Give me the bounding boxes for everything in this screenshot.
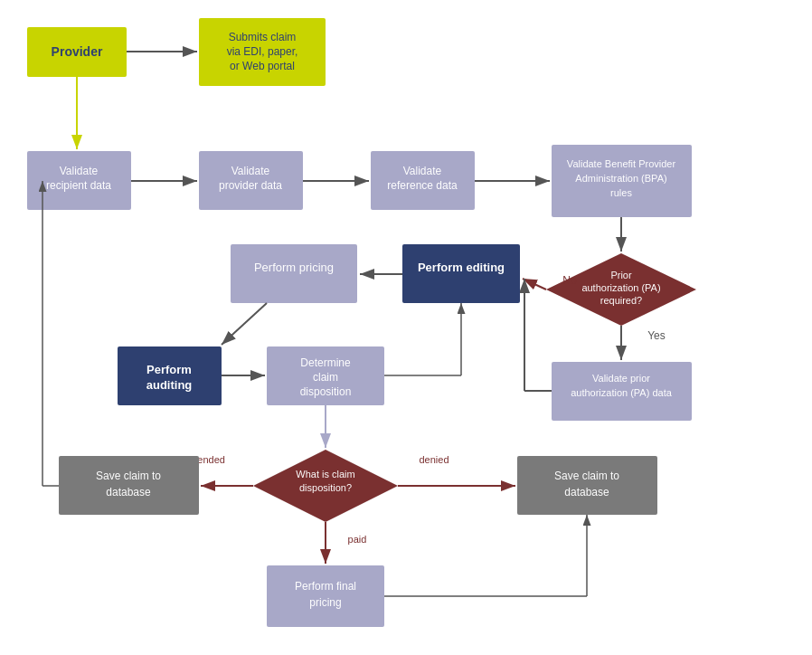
submit-claim-box bbox=[199, 18, 326, 86]
prior-auth-diamond bbox=[546, 253, 696, 326]
save-claim-left-box bbox=[59, 456, 199, 515]
validate-reference-box bbox=[371, 151, 475, 210]
validate-pa-box bbox=[552, 362, 692, 421]
svg-text:Yes: Yes bbox=[647, 329, 666, 342]
save-claim-right-box bbox=[517, 456, 657, 515]
perform-pricing-box bbox=[231, 244, 357, 303]
provider-box bbox=[27, 27, 127, 77]
svg-line-34 bbox=[523, 279, 546, 290]
svg-text:paid: paid bbox=[348, 534, 367, 545]
svg-line-47 bbox=[222, 303, 267, 345]
determine-disposition-box bbox=[267, 346, 384, 405]
svg-text:denied: denied bbox=[419, 454, 448, 465]
perform-final-pricing-box bbox=[267, 565, 384, 627]
perform-editing-box bbox=[402, 244, 520, 303]
validate-bpa-box bbox=[552, 145, 692, 217]
claim-disposition-diamond bbox=[253, 450, 398, 522]
validate-provider-box bbox=[199, 151, 303, 210]
perform-auditing-box bbox=[118, 346, 222, 405]
validate-recipient-box bbox=[27, 151, 131, 210]
